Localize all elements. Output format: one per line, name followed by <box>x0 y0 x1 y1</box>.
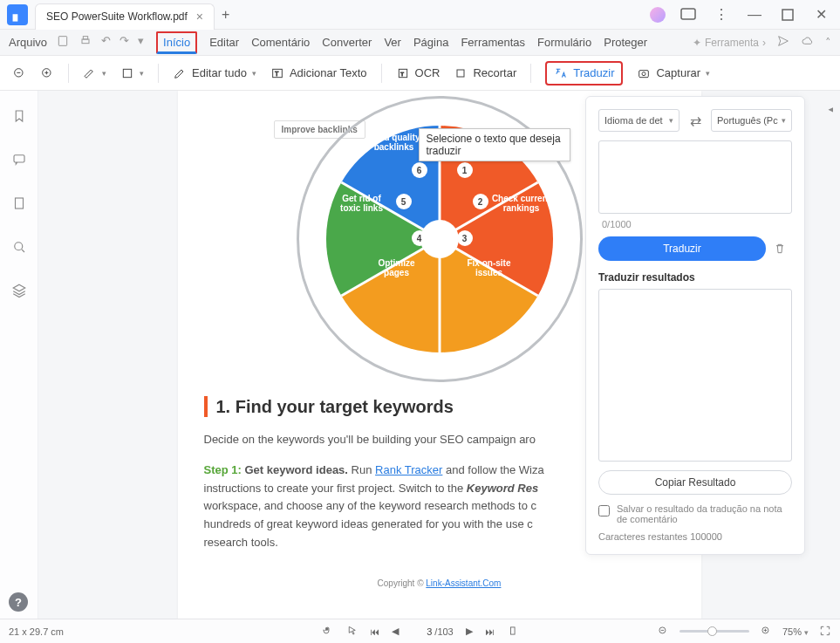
menu-tab-ver[interactable]: Ver <box>384 36 401 49</box>
dropdown-icon[interactable]: ▾ <box>138 34 144 51</box>
right-rail-collapse-icon[interactable]: ▸ <box>828 105 833 116</box>
ai-tool-button[interactable]: ✦ Ferramenta › <box>693 37 766 49</box>
menu-tab-converter[interactable]: Converter <box>322 36 372 49</box>
single-page-icon[interactable] <box>507 625 519 639</box>
send-icon[interactable] <box>776 34 790 51</box>
undo-icon[interactable]: ↶ <box>101 34 111 51</box>
wheel-badge-3: 3 <box>457 230 473 246</box>
close-tab-icon[interactable]: × <box>196 10 203 24</box>
status-bar: 21 x 29.7 cm ⏮ ◀ /103 ▶ ⏭ 75% ▾ <box>0 619 840 643</box>
page-indicator: /103 <box>411 626 453 637</box>
save-as-note-checkbox[interactable] <box>598 505 610 516</box>
kebab-icon[interactable]: ⋮ <box>711 4 732 25</box>
help-button[interactable]: ? <box>9 592 28 612</box>
zoom-out-button[interactable] <box>12 66 26 80</box>
svg-rect-2 <box>58 37 66 46</box>
rank-tracker-link[interactable]: Rank Tracker <box>375 463 442 476</box>
redo-icon[interactable]: ↷ <box>120 34 129 51</box>
svg-rect-29 <box>510 626 515 633</box>
menu-tab-formulario[interactable]: Formulário <box>537 36 591 49</box>
ocr-button[interactable]: TOCR <box>396 66 440 80</box>
crop-button[interactable]: Recortar <box>454 66 516 80</box>
window-minimize[interactable]: — <box>744 4 765 25</box>
fullscreen-icon[interactable] <box>819 625 831 639</box>
swap-languages-icon[interactable]: ⇄ <box>685 110 706 131</box>
hand-tool-icon[interactable] <box>321 625 333 639</box>
menu-tab-editar[interactable]: Editar <box>209 36 239 49</box>
chat-icon[interactable] <box>678 4 699 25</box>
menu-tab-comentario[interactable]: Comentário <box>251 36 310 49</box>
svg-text:T: T <box>275 70 278 76</box>
wheel-badge-2: 2 <box>473 194 488 209</box>
app-icon: ▖ <box>7 4 28 25</box>
svg-point-20 <box>14 243 22 250</box>
window-close[interactable]: ✕ <box>810 4 831 25</box>
zoom-slider[interactable] <box>680 630 749 633</box>
menu-tab-ferramentas[interactable]: Ferramentas <box>461 36 525 49</box>
wheel-label-2: Check current rankings <box>488 194 556 213</box>
svg-rect-0 <box>681 9 695 19</box>
wheel-badge-5: 5 <box>396 194 412 209</box>
window-maximize[interactable] <box>777 4 798 25</box>
translate-result-box <box>598 289 792 462</box>
clear-input-icon[interactable] <box>769 242 790 256</box>
svg-text:T: T <box>400 71 404 76</box>
svg-rect-19 <box>15 198 23 209</box>
zoom-in-status-icon[interactable] <box>760 625 772 639</box>
svg-point-17 <box>642 72 645 75</box>
heading-accent-bar <box>204 396 208 417</box>
user-avatar[interactable] <box>650 7 666 23</box>
wheel-label-3: Fix on-site issues <box>459 258 520 277</box>
prev-page-icon[interactable]: ◀ <box>392 626 399 637</box>
svg-rect-16 <box>639 70 649 77</box>
document-tab[interactable]: SEO PowerSuite Workflow.pdf × <box>35 3 215 30</box>
titlebar: ▖ SEO PowerSuite Workflow.pdf × + ⋮ — ✕ <box>0 0 840 30</box>
translate-input[interactable] <box>598 140 792 214</box>
page-input[interactable] <box>411 626 432 637</box>
translate-panel: Idioma de det▾ ⇄ Português (Pc▾ 0/1000 T… <box>585 96 805 555</box>
next-page-icon[interactable]: ▶ <box>466 626 473 637</box>
add-text-button[interactable]: TAdicionar Texto <box>270 66 367 80</box>
doc-heading: 1. Find your target keywords <box>216 397 454 417</box>
search-icon[interactable] <box>11 239 27 258</box>
cloud-icon[interactable] <box>801 34 815 51</box>
new-tab-button[interactable]: + <box>222 7 229 23</box>
last-page-icon[interactable]: ⏭ <box>485 626 495 637</box>
wheel-label-4: Optimize pages <box>366 258 427 277</box>
edit-all-button[interactable]: Editar tudo▾ <box>173 66 256 80</box>
menu-file[interactable]: Arquivo <box>9 36 47 49</box>
zoom-in-button[interactable] <box>40 66 54 80</box>
menu-tab-proteger[interactable]: Proteger <box>604 36 647 49</box>
highlight-tool[interactable]: ▾ <box>83 66 106 80</box>
target-lang-select[interactable]: Português (Pc▾ <box>711 109 792 132</box>
toolbar: ▾ ▾ Editar tudo▾ TAdicionar Texto TOCR R… <box>0 56 840 91</box>
select-tool-icon[interactable] <box>345 625 358 639</box>
bookmark-icon[interactable] <box>11 108 27 127</box>
menu-tab-inicio[interactable]: Início <box>156 31 197 54</box>
wheel-badge-4: 4 <box>412 230 427 246</box>
save-icon[interactable] <box>56 34 70 51</box>
svg-rect-18 <box>14 155 24 162</box>
svg-rect-1 <box>782 10 793 20</box>
source-lang-select[interactable]: Idioma de det▾ <box>598 109 680 132</box>
shape-tool[interactable]: ▾ <box>120 66 144 80</box>
page-dimensions: 21 x 29.7 cm <box>9 626 64 637</box>
tab-title: SEO PowerSuite Workflow.pdf <box>46 10 188 23</box>
comment-icon[interactable] <box>11 152 27 171</box>
print-icon[interactable] <box>79 34 92 51</box>
capture-button[interactable]: Capturar▾ <box>637 66 710 80</box>
copyright-link[interactable]: Link-Assistant.Com <box>426 578 501 588</box>
results-heading: Traduzir resultados <box>598 271 792 284</box>
translate-button[interactable]: Traduzir <box>545 61 623 86</box>
translate-tooltip: Selecione o texto que deseja traduzir <box>419 128 570 161</box>
thumbnail-icon[interactable] <box>11 195 27 215</box>
zoom-value[interactable]: 75% ▾ <box>782 626 809 637</box>
menu-tab-pagina[interactable]: Página <box>413 36 448 49</box>
layers-icon[interactable] <box>11 283 27 302</box>
copyright: Copyright © Link-Assistant.Com <box>204 578 675 588</box>
first-page-icon[interactable]: ⏮ <box>370 626 379 637</box>
chevron-up-icon[interactable]: ˄ <box>825 36 831 49</box>
zoom-out-status-icon[interactable] <box>657 625 669 639</box>
copy-result-button[interactable]: Copiar Resultado <box>598 470 792 495</box>
do-translate-button[interactable]: Traduzir <box>598 236 766 261</box>
